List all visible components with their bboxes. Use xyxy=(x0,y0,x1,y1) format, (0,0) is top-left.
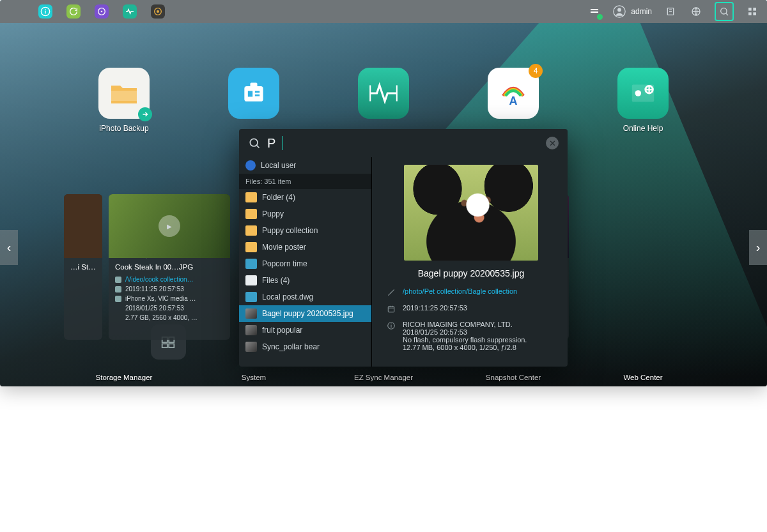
svg-rect-8 xyxy=(591,11,598,13)
result-file-active[interactable]: Bagel puppy 20200535.jpg xyxy=(239,305,371,322)
app-activity-monitor[interactable] xyxy=(353,68,414,133)
calendar-icon xyxy=(386,304,396,314)
result-folder[interactable]: Puppy collection xyxy=(239,222,371,239)
preview-info: RICOH IMAGING COMPANY, LTD. xyxy=(403,321,527,328)
thumb-icon xyxy=(245,308,257,319)
svg-point-31 xyxy=(250,139,258,146)
dock-item[interactable]: Snapshot Center xyxy=(483,374,544,381)
result-label: fruit popular xyxy=(262,326,302,335)
taskbar-notes-icon[interactable] xyxy=(663,4,678,19)
taskbar: admin xyxy=(0,0,767,23)
file-card[interactable]: ▶ Cook Steak In 00…JPG /Video/cook colle… xyxy=(109,194,230,340)
folder-icon xyxy=(245,242,257,252)
taskbar-widgets-icon[interactable] xyxy=(745,4,759,19)
result-label: Movie poster xyxy=(262,243,306,252)
result-file[interactable]: Local post.dwg xyxy=(239,289,371,305)
user-icon xyxy=(613,5,626,18)
heartbeat-icon xyxy=(368,77,399,109)
desktop-apps-row: iPhoto Backup A 4 xyxy=(0,68,767,133)
play-icon: ▶ xyxy=(159,215,180,237)
svg-rect-2 xyxy=(45,9,45,10)
taskbar-app-settings-icon[interactable] xyxy=(151,4,165,19)
taskbar-app-sync-icon[interactable] xyxy=(66,4,81,19)
result-local-user[interactable]: Local user xyxy=(239,157,371,174)
thumb-icon xyxy=(245,342,257,352)
search-query[interactable]: P xyxy=(267,136,276,151)
result-folder[interactable]: Puppy xyxy=(239,206,371,222)
card-title: Cook Steak In 00…JPG xyxy=(115,263,224,271)
taskbar-status-icon[interactable] xyxy=(587,4,601,19)
app-iphoto-backup[interactable]: iPhoto Backup xyxy=(94,68,155,133)
dock-item[interactable]: Web Center xyxy=(613,374,674,381)
folder-icon xyxy=(245,192,257,202)
dock: Storage Manager System EZ Sync Manager S… xyxy=(0,374,767,381)
result-folder[interactable]: Movie poster xyxy=(239,239,371,255)
card-meta: 2018/01/25 20:57:53 xyxy=(125,305,184,312)
taskbar-username: admin xyxy=(631,7,652,16)
svg-text:A: A xyxy=(509,95,518,107)
search-preview-pane: Bagel puppy 20200535.jpg /photo/Pet coll… xyxy=(372,157,568,367)
svg-rect-22 xyxy=(255,95,260,96)
folder-icon xyxy=(245,225,257,236)
card-meta: iPhone Xs, VIC media … xyxy=(125,295,196,302)
svg-rect-30 xyxy=(169,344,174,347)
svg-point-4 xyxy=(101,11,103,13)
result-folder[interactable]: Popcorn time xyxy=(239,255,371,272)
result-label: Popcorn time xyxy=(262,259,307,268)
taskbar-search-icon[interactable] xyxy=(717,4,731,19)
thumb-icon xyxy=(245,325,257,335)
close-button[interactable]: ✕ xyxy=(546,137,559,149)
taskbar-globe-icon[interactable] xyxy=(689,4,703,19)
desktop-window: admin xyxy=(0,0,767,386)
svg-rect-21 xyxy=(255,91,260,93)
taskbar-app-info-icon[interactable] xyxy=(38,4,52,19)
svg-rect-14 xyxy=(748,8,752,11)
taskbar-user[interactable]: admin xyxy=(613,5,652,18)
result-file[interactable]: Sync_pollar bear xyxy=(239,338,371,355)
taskbar-app-monitor-icon[interactable] xyxy=(123,4,137,19)
app-access-control[interactable] xyxy=(224,68,284,133)
result-folder-header[interactable]: Folder (4) xyxy=(239,189,371,206)
preview-image xyxy=(404,165,538,261)
svg-rect-15 xyxy=(753,8,756,11)
app-label: iPhoto Backup xyxy=(99,124,148,133)
card-meta: 2.77 GB, 2560 x 4000, … xyxy=(125,314,198,321)
preview-path-row[interactable]: /photo/Pet collection/Bagle collection xyxy=(386,287,556,298)
result-label: Bagel puppy 20200535.jpg xyxy=(262,309,353,318)
user-icon xyxy=(245,160,256,171)
result-file[interactable]: fruit popular xyxy=(239,322,371,338)
preview-path: /photo/Pet collection/Bagle collection xyxy=(403,287,517,298)
dock-item[interactable]: Storage Manager xyxy=(94,374,155,381)
result-label: Files (4) xyxy=(262,276,290,285)
result-label: Puppy xyxy=(262,209,284,218)
svg-rect-1 xyxy=(45,11,45,14)
arrow-icon xyxy=(138,107,152,121)
folder-icon xyxy=(245,259,257,269)
search-header: P ✕ xyxy=(239,129,568,157)
svg-rect-18 xyxy=(244,86,263,102)
search-results-list[interactable]: Local user Files: 351 item Folder (4) Pu… xyxy=(239,157,372,367)
svg-rect-7 xyxy=(591,9,598,10)
svg-point-25 xyxy=(635,90,642,96)
section-files: Files: 351 item xyxy=(239,174,371,189)
file-card[interactable]: …i Steak. EASY.MPG xyxy=(64,194,102,340)
card-title: …i Steak. EASY.MPG xyxy=(70,263,96,271)
cursor xyxy=(283,136,283,150)
preview-date: 2019:11:25 20:57:53 xyxy=(403,304,467,314)
preview-info: 12.77 MB, 6000 x 4000, 1/250, ƒ/2.8 xyxy=(403,344,527,351)
result-files-header[interactable]: Files (4) xyxy=(239,272,371,289)
search-popup: P ✕ Local user Files: 351 item Folder (4… xyxy=(239,129,568,367)
badge-count: 4 xyxy=(529,64,543,78)
taskbar-app-purple-icon[interactable] xyxy=(95,4,109,19)
result-label: Local post.dwg xyxy=(262,293,313,301)
dock-item[interactable]: EZ Sync Manager xyxy=(353,374,414,381)
dock-item[interactable]: System xyxy=(224,374,284,381)
app-online-help[interactable]: Online Help xyxy=(613,68,674,133)
search-icon xyxy=(248,137,261,149)
svg-rect-32 xyxy=(388,307,394,312)
svg-rect-35 xyxy=(391,324,391,324)
help-book-icon xyxy=(628,79,658,108)
svg-point-10 xyxy=(617,8,621,12)
app-center[interactable]: A 4 xyxy=(483,68,544,133)
rainbow-a-icon: A xyxy=(498,78,529,109)
